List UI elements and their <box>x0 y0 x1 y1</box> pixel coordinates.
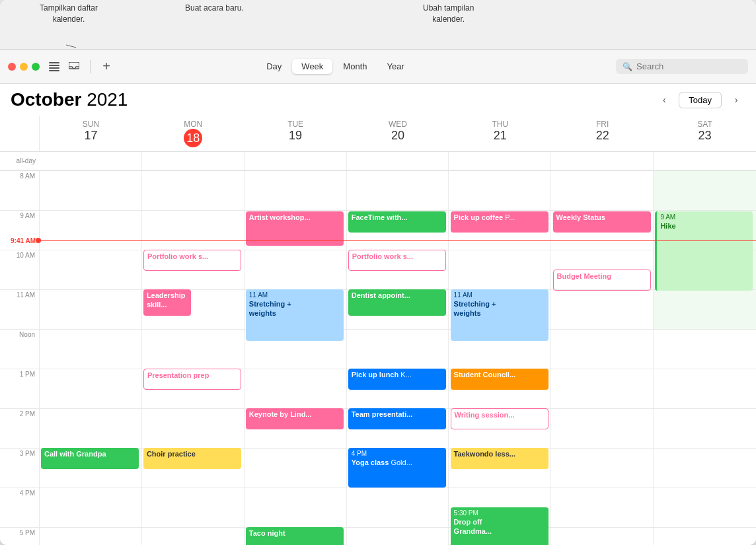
event-stretching-thu[interactable]: 11 AM Stretching +weights <box>451 289 548 341</box>
cell-8am-tue[interactable] <box>245 171 347 210</box>
allday-sun <box>40 152 142 170</box>
next-week-button[interactable]: › <box>727 91 745 109</box>
time-4pm: 4 PM <box>0 488 40 527</box>
event-writing-session[interactable]: Writing session... <box>451 408 548 429</box>
event-call-grandpa[interactable]: Call with Grandpa <box>41 448 139 469</box>
cell-noon-sun[interactable] <box>40 330 142 369</box>
cell-1pm-fri[interactable] <box>551 369 654 408</box>
time-2pm: 2 PM <box>0 409 40 448</box>
cell-8am-fri[interactable] <box>551 171 654 210</box>
cell-4pm-sat[interactable] <box>654 488 756 527</box>
cell-9am-mon[interactable] <box>142 211 245 250</box>
day-header-fri: Fri 22 <box>551 116 654 151</box>
cell-noon-mon[interactable] <box>142 330 245 369</box>
event-student-council[interactable]: Student Council... <box>451 369 548 390</box>
cell-11am-sun[interactable] <box>40 290 142 329</box>
cell-5pm-sat[interactable] <box>654 528 756 545</box>
hour-row-8am: 8 AM <box>0 170 756 210</box>
minimize-button[interactable] <box>20 63 28 71</box>
event-hike[interactable]: 9 AM Hike <box>655 211 753 291</box>
annotation-new-event: Buat acara baru. <box>185 3 244 14</box>
svg-line-0 <box>66 45 76 48</box>
cell-3pm-fri[interactable] <box>551 449 654 488</box>
event-portfolio-mon[interactable]: Portfolio work s... <box>143 250 241 271</box>
cell-10am-sun[interactable] <box>40 250 142 289</box>
traffic-lights <box>8 63 40 71</box>
cell-5pm-mon[interactable] <box>142 528 245 545</box>
event-leadership[interactable]: Leadership skill... <box>143 289 191 316</box>
event-dentist[interactable]: Dentist appoint... <box>348 289 446 316</box>
cell-noon-sat[interactable] <box>654 330 756 369</box>
cell-8am-sat[interactable] <box>654 171 756 210</box>
cell-5pm-wed[interactable] <box>347 528 449 545</box>
cell-11am-fri[interactable] <box>551 290 654 329</box>
hour-row-5pm: 5 PM <box>0 527 756 545</box>
cell-10am-thu[interactable] <box>449 250 551 289</box>
event-team-presentation[interactable]: Team presentati... <box>348 408 446 429</box>
calendar-window: Tampilkan daftarkalender. Buat acara bar… <box>0 0 756 545</box>
today-button[interactable]: Today <box>679 92 722 108</box>
cell-4pm-wed[interactable] <box>347 488 449 527</box>
event-keynote[interactable]: Keynote by Lind... <box>246 408 344 429</box>
tab-year[interactable]: Year <box>377 59 413 74</box>
hour-row-noon: Noon <box>0 329 756 369</box>
cell-5pm-fri[interactable] <box>551 528 654 545</box>
cell-8am-thu[interactable] <box>449 171 551 210</box>
event-presentation-prep[interactable]: Presentation prep <box>143 369 241 390</box>
cell-4pm-mon[interactable] <box>142 488 245 527</box>
cell-11am-sat[interactable] <box>654 290 756 329</box>
cell-1pm-sat[interactable] <box>654 369 756 408</box>
cell-8am-sun[interactable] <box>40 171 142 210</box>
cell-8am-mon[interactable] <box>142 171 245 210</box>
cell-1pm-sun[interactable] <box>40 369 142 408</box>
cell-3pm-sat[interactable] <box>654 449 756 488</box>
cell-4pm-fri[interactable] <box>551 488 654 527</box>
day-header-sun: Sun 17 <box>40 116 142 151</box>
cell-1pm-tue[interactable] <box>245 369 347 408</box>
search-input[interactable] <box>636 61 742 71</box>
cell-2pm-mon[interactable] <box>142 409 245 448</box>
time-9am: 9 AM <box>0 211 40 250</box>
fullscreen-button[interactable] <box>32 63 40 71</box>
event-stretching-tue[interactable]: 11 AM Stretching +weights <box>246 289 344 341</box>
cell-10am-tue[interactable] <box>245 250 347 289</box>
cell-noon-fri[interactable] <box>551 330 654 369</box>
cell-3pm-tue[interactable] <box>245 449 347 488</box>
calendar-header: October 2021 ‹ Today › <box>0 84 756 116</box>
event-budget-meeting[interactable]: Budget Meeting <box>553 270 651 291</box>
event-artist-workshop[interactable]: Artist workshop... <box>246 211 344 246</box>
event-choir-practice[interactable]: Choir practice <box>143 448 241 469</box>
search-icon: 🔍 <box>623 62 632 71</box>
event-facetime[interactable]: FaceTime with... <box>348 211 446 233</box>
event-weekly-status[interactable]: Weekly Status <box>553 211 651 233</box>
tab-month[interactable]: Month <box>334 59 376 74</box>
event-portfolio-wed[interactable]: Portfolio work s... <box>348 250 446 271</box>
event-taco-night[interactable]: Taco night <box>246 527 344 545</box>
cell-8am-wed[interactable] <box>347 171 449 210</box>
annotation-arrow-1 <box>0 0 198 50</box>
prev-week-button[interactable]: ‹ <box>655 91 673 109</box>
time-11am: 11 AM <box>0 290 40 329</box>
allday-tue <box>245 152 347 170</box>
cell-4pm-tue[interactable] <box>245 488 347 527</box>
day-header-wed: Wed 20 <box>347 116 449 151</box>
cell-4pm-sun[interactable] <box>40 488 142 527</box>
month-title: October 2021 <box>11 89 655 110</box>
event-pickup-lunch[interactable]: Pick up lunch K... <box>348 369 446 390</box>
time-10am: 10 AM <box>0 250 40 289</box>
close-button[interactable] <box>8 63 16 71</box>
cell-noon-wed[interactable] <box>347 330 449 369</box>
tab-week[interactable]: Week <box>292 59 332 74</box>
cell-2pm-sun[interactable] <box>40 409 142 448</box>
allday-fri <box>551 152 654 170</box>
tab-day[interactable]: Day <box>257 59 291 74</box>
cell-2pm-fri[interactable] <box>551 409 654 448</box>
event-taekwondo[interactable]: Taekwondo less... <box>451 448 548 469</box>
event-yoga[interactable]: 4 PM Yoga class Gold... <box>348 448 446 488</box>
event-dropoff-grandma[interactable]: 5:30 PM Drop offGrandma... <box>451 507 548 545</box>
cell-5pm-sun[interactable] <box>40 528 142 545</box>
event-pickup-coffee[interactable]: Pick up coffee P... <box>451 211 548 233</box>
cell-2pm-sat[interactable] <box>654 409 756 448</box>
search-bar[interactable]: 🔍 <box>616 59 748 74</box>
cell-9am-sun[interactable] <box>40 211 142 250</box>
